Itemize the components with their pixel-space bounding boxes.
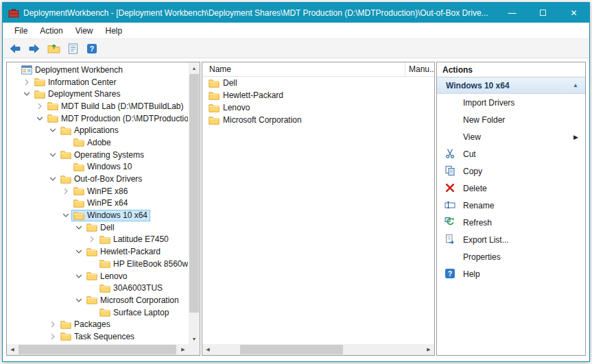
tree-item-content[interactable]: HP EliteBook 8560w <box>97 258 188 269</box>
tree-item-content[interactable]: Windows 10 x64 <box>71 210 150 221</box>
chevron-down-icon[interactable] <box>47 149 58 160</box>
tree-item-content[interactable]: Windows 10 <box>71 161 134 173</box>
chevron-down-icon[interactable] <box>73 246 84 257</box>
maximize-button[interactable] <box>528 3 558 23</box>
tree-item[interactable]: Deployment Shares <box>7 88 188 100</box>
action-export-list[interactable]: Export List... <box>437 231 585 248</box>
tree-item-content[interactable]: Operating Systems <box>58 149 147 160</box>
toolbar-back-button[interactable] <box>6 40 24 57</box>
tree-item[interactable]: Lenovo <box>7 270 188 282</box>
list-item[interactable]: Lenovo <box>202 101 434 114</box>
scrollbar-thumb[interactable] <box>189 74 199 313</box>
action-delete[interactable]: Delete <box>437 180 585 197</box>
toolbar-up-button[interactable] <box>45 40 62 57</box>
close-button[interactable]: ✕ <box>558 3 589 23</box>
tree-item-content[interactable]: Adobe <box>71 136 114 148</box>
tree-item-content[interactable]: Information Center <box>32 76 119 88</box>
chevron-right-icon[interactable] <box>86 234 97 245</box>
chevron-right-icon[interactable] <box>34 101 45 112</box>
list-item[interactable]: Hewlett-Packard <box>202 89 434 101</box>
scrollbar-thumb[interactable] <box>240 345 343 354</box>
tree-item-content[interactable]: Applications <box>58 125 121 136</box>
tree-item[interactable]: HP EliteBook 8560w <box>7 258 188 270</box>
chevron-down-icon[interactable] <box>73 271 84 282</box>
tree-item[interactable]: MDT Build Lab (D:\MDTBuildLab) <box>7 100 188 112</box>
chevron-down-icon[interactable] <box>60 210 71 221</box>
tree-item[interactable]: WinPE x64 <box>7 197 188 210</box>
tree-item-content[interactable]: Lenovo <box>84 270 130 282</box>
tree-item[interactable]: Adobe <box>7 136 188 149</box>
tree-item[interactable]: Surface Laptop <box>7 306 188 319</box>
chevron-right-icon[interactable] <box>47 331 58 342</box>
tree-item-content[interactable]: WinPE x86 <box>71 185 130 197</box>
action-view[interactable]: View▶ <box>437 128 585 145</box>
titlebar[interactable]: DeploymentWorkbench - [Deployment Workbe… <box>3 3 589 23</box>
tree-item[interactable]: Applications <box>7 124 188 136</box>
tree-item-content[interactable]: Hewlett-Packard <box>84 246 163 258</box>
tree-item[interactable]: Task Sequences <box>7 330 188 343</box>
chevron-down-icon[interactable] <box>73 295 84 306</box>
tree-item-content[interactable]: Latitude E7450 <box>97 234 171 245</box>
tree-item[interactable]: Windows 10 <box>7 161 188 173</box>
scroll-left-icon[interactable]: ◀ <box>7 344 18 355</box>
chevron-down-icon[interactable] <box>21 88 32 99</box>
action-copy[interactable]: Copy <box>437 162 585 180</box>
chevron-down-icon[interactable] <box>73 222 84 233</box>
action-help[interactable]: ?Help <box>437 265 585 282</box>
tree-item[interactable]: Deployment Workbench <box>7 64 188 76</box>
chevron-down-icon[interactable] <box>34 113 45 124</box>
tree-item[interactable]: Hewlett-Packard <box>7 245 188 258</box>
tree-item[interactable]: WinPE x86 <box>7 185 188 197</box>
tree-item-content[interactable]: Task Sequences <box>58 330 137 342</box>
action-rename[interactable]: Rename <box>437 197 585 214</box>
tree-item-content[interactable]: Dell <box>84 221 117 233</box>
tree-item[interactable]: Microsoft Corporation <box>7 294 188 306</box>
tree-item[interactable]: Information Center <box>7 76 188 88</box>
tree-horizontal-scrollbar[interactable]: ◀ ▶ <box>7 344 189 355</box>
tree-vertical-scrollbar[interactable]: ▲ ▼ <box>189 62 200 344</box>
tree-item[interactable]: Windows 10 x64 <box>7 209 188 221</box>
tree-item-content[interactable]: Packages <box>58 319 113 330</box>
action-import-drivers[interactable]: Import Drivers <box>437 94 585 111</box>
menu-item-action[interactable]: Action <box>34 23 69 38</box>
toolbar-help-button[interactable]: ? <box>83 40 101 57</box>
tree-item-content[interactable]: WinPE x64 <box>71 197 130 209</box>
toolbar-list-button[interactable] <box>64 40 82 57</box>
tree-item[interactable]: Out-of-Box Drivers <box>7 173 188 185</box>
column-header-manufacturer[interactable]: Manu... <box>405 62 434 76</box>
tree-item-content[interactable]: MDT Production (D:\MDTProduction) <box>45 112 188 124</box>
chevron-right-icon[interactable] <box>21 77 32 88</box>
action-refresh[interactable]: Refresh <box>437 214 585 231</box>
tree-item[interactable]: Latitude E7450 <box>7 234 188 246</box>
tree-item-content[interactable]: Deployment Workbench <box>19 64 126 75</box>
scroll-up-icon[interactable]: ▲ <box>189 62 200 73</box>
action-cut[interactable]: Cut <box>437 145 585 162</box>
chevron-right-icon[interactable] <box>60 186 71 197</box>
chevron-down-icon[interactable] <box>47 125 58 136</box>
tree-item-content[interactable]: MDT Build Lab (D:\MDTBuildLab) <box>45 100 187 112</box>
list-horizontal-scrollbar[interactable]: ◀ ▶ <box>202 344 434 355</box>
tree-item-content[interactable]: Out-of-Box Drivers <box>58 173 145 185</box>
minimize-button[interactable]: — <box>497 3 528 23</box>
tree-item-content[interactable]: Microsoft Corporation <box>84 294 182 306</box>
chevron-down-icon[interactable] <box>47 173 58 184</box>
column-header-name[interactable]: Name <box>202 62 405 76</box>
tree-item[interactable]: Dell <box>7 221 188 234</box>
scroll-right-icon[interactable]: ▶ <box>423 344 434 355</box>
scrollbar-thumb[interactable] <box>19 345 176 354</box>
scroll-left-icon[interactable]: ◀ <box>202 344 213 355</box>
list-item[interactable]: Dell <box>202 77 434 89</box>
action-properties[interactable]: Properties <box>437 248 585 265</box>
collapse-icon[interactable]: ▲ <box>573 82 578 88</box>
tree-item[interactable]: MDT Production (D:\MDTProduction) <box>7 112 188 125</box>
tree-item[interactable]: Packages <box>7 318 188 330</box>
tree-item[interactable]: 30A6003TUS <box>7 282 188 294</box>
menu-item-view[interactable]: View <box>69 23 99 38</box>
chevron-right-icon[interactable] <box>47 319 58 330</box>
tree-item-content[interactable]: 30A6003TUS <box>97 282 165 294</box>
list-item[interactable]: Microsoft Corporation <box>202 114 434 126</box>
tree-item-content[interactable]: Surface Laptop <box>97 306 171 318</box>
menu-item-file[interactable]: File <box>8 23 34 38</box>
tree-item-content[interactable]: Deployment Shares <box>32 88 123 100</box>
toolbar-forward-button[interactable] <box>25 40 43 57</box>
